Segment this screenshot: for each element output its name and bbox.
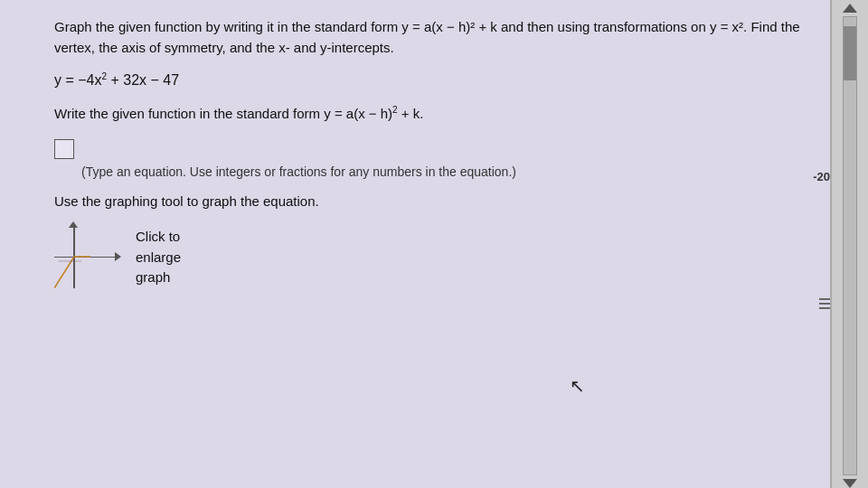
scrollbar-arrow-down[interactable] — [843, 479, 857, 488]
type-instruction: (Type an equation. Use integers or fract… — [81, 164, 808, 179]
scroll-line — [819, 307, 830, 309]
graph-instruction: Use the graphing tool to graph the equat… — [54, 193, 808, 209]
scrollbar[interactable] — [832, 0, 868, 488]
answer-box[interactable] — [54, 139, 74, 159]
scroll-line — [819, 303, 830, 305]
scrollbar-arrow-up[interactable] — [843, 4, 857, 13]
mini-graph[interactable] — [54, 225, 118, 288]
side-axis-label: -20 — [813, 170, 830, 183]
problem-instruction: Graph the given function by writing it i… — [54, 16, 808, 59]
click-enlarge-label[interactable]: Click to enlarge graph — [136, 227, 181, 288]
scroll-lines — [819, 298, 830, 309]
scroll-line — [819, 298, 830, 300]
graph-area[interactable]: Click to enlarge graph — [54, 225, 808, 288]
scrollbar-thumb[interactable] — [844, 26, 856, 80]
graph-lines — [54, 225, 118, 288]
standard-form-instruction: Write the given function in the standard… — [54, 105, 808, 121]
click-label-line2: enlarge — [136, 249, 181, 265]
click-label-line3: graph — [136, 269, 170, 285]
answer-input-area[interactable] — [54, 137, 808, 159]
click-label-line1: Click to — [136, 229, 180, 244]
given-equation: y = −4x2 + 32x − 47 — [54, 71, 808, 89]
scrollbar-track[interactable] — [843, 16, 857, 475]
main-content: Graph the given function by writing it i… — [0, 0, 832, 488]
